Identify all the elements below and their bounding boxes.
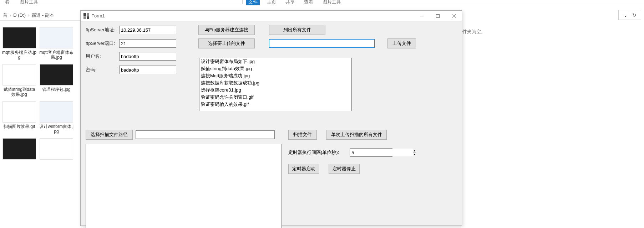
close-icon [452,14,456,18]
thumbnail-icon [40,64,73,86]
timer-start-button[interactable]: 定时器启动 [288,164,319,174]
list-item[interactable]: 验证密码输入的效果.gif [199,101,351,108]
password-label: 密码: [86,67,119,73]
thumb-label: 设计winform窗体.jpg [39,123,74,137]
maximize-icon [436,14,440,18]
thumbnail-icon [40,27,73,48]
list-item[interactable]: 验证密码允许关闭窗口.gif [199,94,351,101]
ftp-server-addr-input[interactable] [119,26,176,34]
thumb-item[interactable]: mqtt服务端启动.jpg [1,27,37,63]
close-button[interactable] [446,11,462,21]
thumb-item[interactable]: mqtt客户端窗体布局.jpg [39,27,74,63]
connect-ftp-button[interactable]: 与Ftp服务器建立连接 [198,25,255,35]
list-item[interactable]: 设计密码窗体布局如下.jpg [199,58,351,65]
upload-all-scanned-button[interactable]: 单次上传扫描的所有文件 [326,130,387,140]
thumb-label: 扫描图片效果.gif [3,123,36,132]
scan-result-listbox[interactable] [86,144,282,228]
choose-upload-file-button[interactable]: 选择要上传的文件 [198,38,255,48]
minimize-button[interactable] [414,11,430,21]
list-item[interactable]: 赋值string到data效果.jpg [199,65,351,72]
chevron-right-icon: › [10,12,11,18]
thumb-item[interactable]: 赋值string到data效果.jpg [1,64,37,100]
explorer-ribbon: 看 图片工具 文件 主页 共享 查看 图片工具 [0,0,644,4]
thumb-item[interactable]: 管理程序包.jpg [39,64,74,100]
form1-window: Form1 ftpServer地址: 与Ftp服务器建立连接 列出所有文件 [80,10,462,226]
empty-folder-message: 件夹为空。 [462,28,486,35]
ribbon-tab-file[interactable]: 文件 [246,0,260,5]
ftp-server-port-label: ftpServer端口: [86,40,119,47]
ribbon-tab-home[interactable]: 主页 [265,0,278,5]
ftp-server-addr-label: ftpServer地址: [86,27,119,33]
thumbnail-icon [2,138,36,160]
thumb-label: 赋值string到data效果.jpg [1,86,37,100]
ftp-file-listbox[interactable]: 设计密码窗体布局如下.jpg 赋值string到data效果.jpg 连接Mqt… [199,58,352,111]
svg-rect-3 [87,16,89,19]
thumbnail-icon [2,27,36,48]
username-label: 用户名: [86,53,119,59]
thumb-item[interactable]: 设计winform窗体.jpg [39,101,74,137]
upload-file-path-input[interactable] [269,39,375,48]
breadcrumb-seg-2[interactable]: 霸道 - 副本 [31,12,54,19]
thumbnail-icon [40,101,73,123]
timer-interval-stepper[interactable]: ▲ ▼ [350,148,392,157]
refresh-icon[interactable]: ↻ [632,12,636,18]
chevron-right-icon: › [28,12,29,18]
thumbnail-icon [40,138,73,160]
svg-rect-5 [436,14,439,17]
svg-rect-2 [83,16,86,19]
refresh-dropdown[interactable]: ⌄ ↻ [618,10,641,20]
ribbon-tab-share[interactable]: 共享 [283,0,297,5]
username-input[interactable] [119,52,176,61]
thumb-label: 管理程序包.jpg [41,86,71,95]
list-item[interactable]: 连接Mqtt服务端成功.jpg [199,72,351,79]
titlebar[interactable]: Form1 [81,11,462,21]
spinner-up-icon[interactable]: ▲ [413,149,416,153]
app-icon [83,13,89,19]
timer-stop-button[interactable]: 定时器停止 [329,164,360,174]
list-all-files-button[interactable]: 列出所有文件 [269,25,325,35]
thumbnail-icon [2,101,36,123]
maximize-button[interactable] [430,11,446,21]
thumb-label: mqtt客户端窗体布局.jpg [39,48,74,63]
thumb-item[interactable] [39,138,74,160]
thumbnail-icon [2,64,36,86]
timer-interval-label: 定时器执行间隔(单位秒): [288,149,339,156]
scan-files-button[interactable]: 扫描文件 [288,130,317,140]
svg-rect-1 [87,13,89,16]
list-item[interactable]: 连接数据库获取数据成功.jpg [199,79,351,87]
breadcrumb-seg-1[interactable]: D (D:) [13,12,26,18]
upload-file-button[interactable]: 上传文件 [387,38,416,48]
svg-rect-0 [83,13,86,16]
list-item[interactable]: 选择框架core31.jpg [199,87,351,94]
ribbon-tab-picture-tools[interactable]: 图片工具 [17,0,40,5]
thumb-item[interactable] [1,138,37,160]
ribbon-tab-picture-tools2[interactable]: 图片工具 [320,0,343,5]
form1-body: ftpServer地址: 与Ftp服务器建立连接 列出所有文件 ftpServe… [81,21,462,226]
ribbon-tab-view2[interactable]: 查看 [302,0,315,5]
scan-path-input[interactable] [136,130,275,139]
thumb-label: mqtt服务端启动.jpg [1,48,37,63]
spinner-down-icon[interactable]: ▼ [413,153,416,157]
ribbon-tab-view[interactable]: 看 [3,0,12,5]
window-controls [414,11,462,21]
password-input[interactable] [119,66,176,74]
choose-scan-path-button[interactable]: 选择扫描文件路径 [86,130,133,140]
file-thumbnail-grid: mqtt服务端启动.jpg mqtt客户端窗体布局.jpg 赋值string到d… [0,26,78,225]
thumb-item[interactable]: 扫描图片效果.gif [1,101,37,137]
window-title: Form1 [91,13,105,19]
ftp-server-port-input[interactable] [119,39,176,48]
minimize-icon [420,14,424,18]
timer-interval-input[interactable] [350,149,413,156]
chevron-down-icon: ⌄ [624,12,628,18]
breadcrumb-seg-0[interactable]: 首 [3,12,7,19]
